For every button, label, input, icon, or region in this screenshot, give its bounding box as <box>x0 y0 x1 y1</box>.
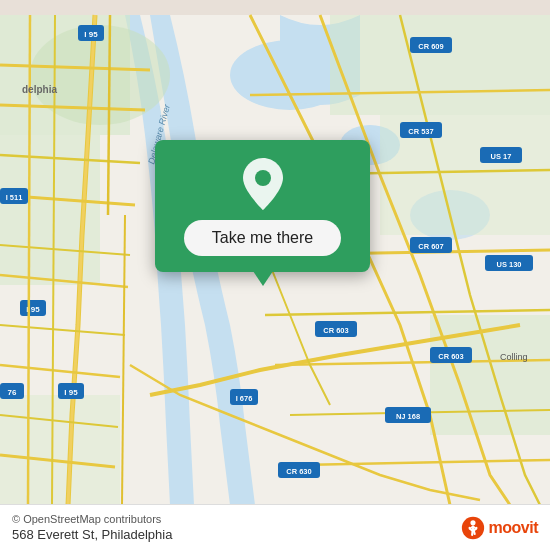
svg-text:I 511: I 511 <box>6 193 23 202</box>
svg-text:I 676: I 676 <box>236 394 253 403</box>
take-me-there-button[interactable]: Take me there <box>184 220 341 256</box>
moovit-label: moovit <box>489 519 538 537</box>
svg-text:NJ 168: NJ 168 <box>396 412 420 421</box>
bottom-bar: © OpenStreetMap contributors 568 Everett… <box>0 504 550 550</box>
moovit-logo: moovit <box>461 516 538 540</box>
attribution-text: © OpenStreetMap contributors <box>12 513 172 525</box>
moovit-icon <box>461 516 485 540</box>
popup-card: Take me there <box>155 140 370 272</box>
svg-text:I 95: I 95 <box>64 388 78 397</box>
address-text: 568 Everett St, Philadelphia <box>12 527 172 542</box>
svg-text:US 17: US 17 <box>491 152 512 161</box>
svg-text:CR 609: CR 609 <box>418 42 443 51</box>
svg-point-46 <box>470 520 475 525</box>
map-background: I 95 I 95 I 95 <box>0 0 550 550</box>
svg-text:CR 630: CR 630 <box>286 467 311 476</box>
svg-point-44 <box>255 170 271 186</box>
svg-text:Colling: Colling <box>500 352 528 362</box>
svg-text:US 130: US 130 <box>496 260 521 269</box>
svg-text:CR 603: CR 603 <box>438 352 463 361</box>
svg-text:I 95: I 95 <box>84 30 98 39</box>
location-icon-wrapper <box>237 158 289 210</box>
svg-text:CR 607: CR 607 <box>418 242 443 251</box>
location-pin-icon <box>239 156 287 212</box>
svg-text:CR 537: CR 537 <box>408 127 433 136</box>
svg-text:CR 603: CR 603 <box>323 326 348 335</box>
svg-text:76: 76 <box>8 388 17 397</box>
map-container: I 95 I 95 I 95 <box>0 0 550 550</box>
svg-rect-7 <box>330 15 550 115</box>
svg-rect-9 <box>430 315 550 435</box>
svg-text:delphia: delphia <box>22 84 57 95</box>
